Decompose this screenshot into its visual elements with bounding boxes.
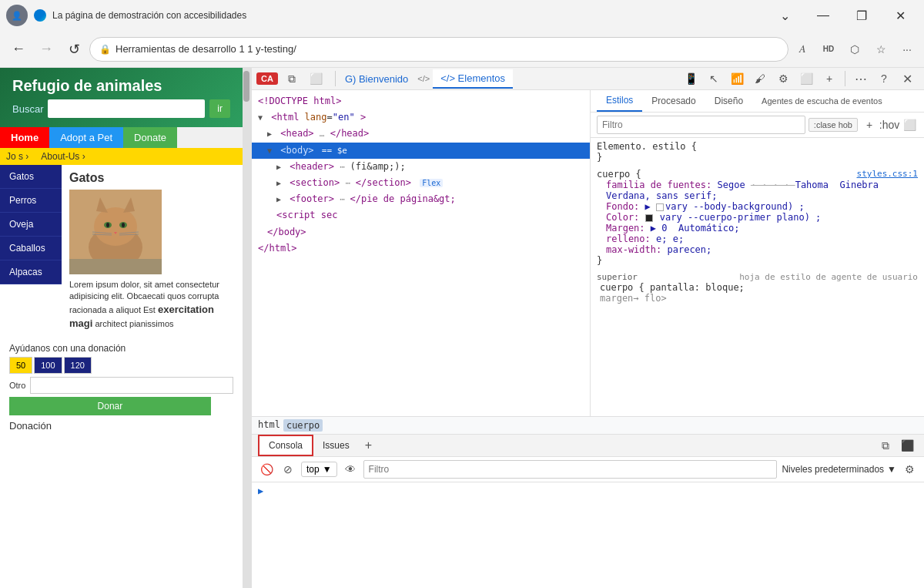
dom-header[interactable]: ▶ <header> ⋯ (fi&amp;);	[252, 159, 590, 175]
new-style-btn2[interactable]: ⬜	[901, 116, 918, 133]
device-mode-btn[interactable]: 📱	[680, 68, 701, 89]
more-options-btn[interactable]: ⋯	[850, 68, 872, 89]
amt-50-btn[interactable]: 50	[9, 357, 32, 374]
devtools-close-btn[interactable]: ✕	[896, 68, 918, 89]
nav-adopt[interactable]: Adopt a Pet	[49, 127, 123, 148]
dom-body-close[interactable]: </body>	[252, 224, 590, 240]
nav-jos[interactable]: Jo s ›	[6, 151, 28, 162]
dom-footer[interactable]: ▶ <footer> ⋯ </pie de página&gt;	[252, 191, 590, 207]
console-arrow[interactable]: ▶	[258, 486, 263, 496]
read-aloud-btn[interactable]: 𝐴	[792, 39, 813, 60]
sidebar-perros[interactable]: Perros	[0, 189, 62, 213]
class-filter-btn[interactable]: :clase hob	[808, 118, 858, 132]
tab-consola[interactable]: Consola	[258, 435, 313, 456]
dom-script[interactable]: <script sec	[252, 207, 590, 223]
styles-filter-row: :clase hob + :hov ⬜	[591, 113, 924, 138]
dom-html[interactable]: ▼ <html lang="en" >	[252, 109, 590, 126]
nav-about[interactable]: About-Us ›	[41, 151, 85, 162]
sidebar-oveja[interactable]: Oveja	[0, 213, 62, 237]
search-input[interactable]	[48, 99, 205, 118]
popout-btn[interactable]: ⧉	[281, 68, 303, 89]
dom-section[interactable]: ▶ <section> ⋯ </section> Flex	[252, 175, 590, 191]
console-filter-input[interactable]	[363, 460, 778, 479]
console-eye-btn[interactable]: 👁	[342, 461, 359, 478]
amt-120-btn[interactable]: 120	[64, 357, 92, 374]
tab-bienvenido[interactable]: G) Bienvenido	[339, 68, 414, 89]
user-avatar[interactable]: 👤	[6, 5, 28, 26]
dom-head[interactable]: ▶ <head> … </head>	[252, 126, 590, 142]
window-title: La página de demostración con accesibili…	[52, 10, 761, 21]
svg-point-7	[106, 223, 109, 227]
nav-home[interactable]: Home	[0, 127, 49, 148]
console-toolbar: 🚫 ⊘ top ▼ 👁 Niveles predeterminados ▼ ⚙	[252, 457, 924, 482]
refresh-btn[interactable]: ↺	[62, 37, 86, 62]
favorite-btn[interactable]: ☆	[870, 39, 892, 60]
dom-doctype[interactable]: <!DOCTYPE html>	[252, 93, 590, 109]
separator-1	[335, 71, 336, 86]
tab-procesado[interactable]: Procesado	[642, 90, 705, 112]
console-block-btn[interactable]: ⊘	[280, 461, 296, 478]
dom-breadcrumb: html cuerpo	[252, 416, 924, 434]
styles-filter-input[interactable]	[597, 116, 805, 134]
breadcrumb-cuerpo[interactable]: cuerpo	[283, 419, 323, 432]
donate-label: Ayúdanos con una donación	[9, 343, 233, 354]
back-btn[interactable]: ←	[6, 37, 31, 62]
restore-btn[interactable]: ❐	[844, 3, 879, 28]
minimize-btn[interactable]: —	[805, 3, 841, 28]
sidebar-gatos[interactable]: Gatos	[0, 165, 62, 189]
sidebar-caballos[interactable]: Caballos	[0, 237, 62, 260]
more-btn[interactable]: ···	[896, 39, 918, 60]
settings-gear-btn[interactable]: ⚙	[772, 68, 794, 89]
scroll-thumb[interactable]	[243, 71, 249, 102]
ca-badge: CA	[256, 72, 278, 85]
page-scrollbar[interactable]	[243, 68, 250, 588]
tab-elementos[interactable]: </> Elementos	[433, 69, 513, 89]
console-dock-btn[interactable]: ⬛	[896, 435, 918, 456]
color-swatch-bg[interactable]	[656, 203, 664, 211]
address-box[interactable]: 🔒 Herramientas de desarrollo 1 1 y-testi…	[89, 37, 788, 62]
console-context-selector[interactable]: top ▼	[301, 462, 337, 477]
breadcrumb-html[interactable]: html	[258, 419, 280, 432]
dock-btn[interactable]: ⬜	[306, 68, 327, 89]
sidebar-alpacas[interactable]: Alpacas	[0, 260, 62, 284]
devtools-header-left: CA ⧉ ⬜ G) Bienvenido </> </> Elementos	[252, 68, 674, 89]
forward-btn[interactable]: →	[34, 37, 59, 62]
layers-btn[interactable]: ⬜	[795, 68, 817, 89]
superior-rule-line2: margen→ flo>	[600, 293, 918, 304]
search-go-btn[interactable]: ir	[209, 99, 230, 118]
hd-btn[interactable]: HD	[818, 39, 839, 60]
add-panel-btn[interactable]: +	[819, 68, 840, 89]
paint-btn[interactable]: 🖌	[749, 68, 771, 89]
style-element: Elemento. estilo { }	[597, 141, 918, 163]
tab-estilos[interactable]: Estilos	[597, 90, 642, 112]
close-btn[interactable]: ✕	[882, 3, 918, 28]
otro-input[interactable]	[30, 377, 233, 394]
console-settings-btn[interactable]: ⚙	[901, 461, 918, 478]
console-clear-btn[interactable]: 🚫	[258, 461, 275, 478]
share-btn[interactable]: ⬡	[844, 39, 865, 60]
dom-html-close[interactable]: </html>	[252, 240, 590, 257]
new-style-rule-btn[interactable]: +	[861, 116, 878, 133]
nav-donate[interactable]: Donate	[123, 127, 177, 148]
shelter-header: Refugio de animales Buscar ir	[0, 68, 243, 127]
dom-body[interactable]: ▼ <body> == $e	[252, 143, 590, 159]
tab-issues[interactable]: Issues	[313, 436, 359, 455]
page-body: Gatos Perros Oveja Caballos Alpacas Gato…	[0, 165, 243, 337]
console-popout-btn[interactable]: ⧉	[875, 435, 896, 456]
toggle-element-state-btn[interactable]: :hov	[881, 116, 898, 133]
color-swatch-text[interactable]	[645, 214, 653, 222]
body-rule-close: }	[597, 255, 918, 266]
body-source-link[interactable]: styles.css:1	[857, 169, 918, 180]
help-btn[interactable]: ?	[873, 68, 895, 89]
inspect-btn[interactable]: ↖	[703, 68, 725, 89]
style-body: cuerpo { styles.css:1 familia de fuentes…	[597, 169, 918, 266]
amt-100-btn[interactable]: 100	[34, 357, 62, 374]
padding-prop: relleno: e; e;	[597, 234, 918, 244]
tab-diseno[interactable]: Diseño	[705, 90, 752, 112]
page-main-title: Gatos	[69, 171, 235, 185]
donar-btn[interactable]: Donar	[9, 397, 211, 415]
add-panel-tab-btn[interactable]: +	[359, 438, 378, 452]
network-conditions-btn[interactable]: 📶	[726, 68, 748, 89]
tab-agentes[interactable]: Agentes de escucha de eventos	[752, 90, 892, 112]
expand-down-btn[interactable]: ⌄	[767, 3, 802, 28]
